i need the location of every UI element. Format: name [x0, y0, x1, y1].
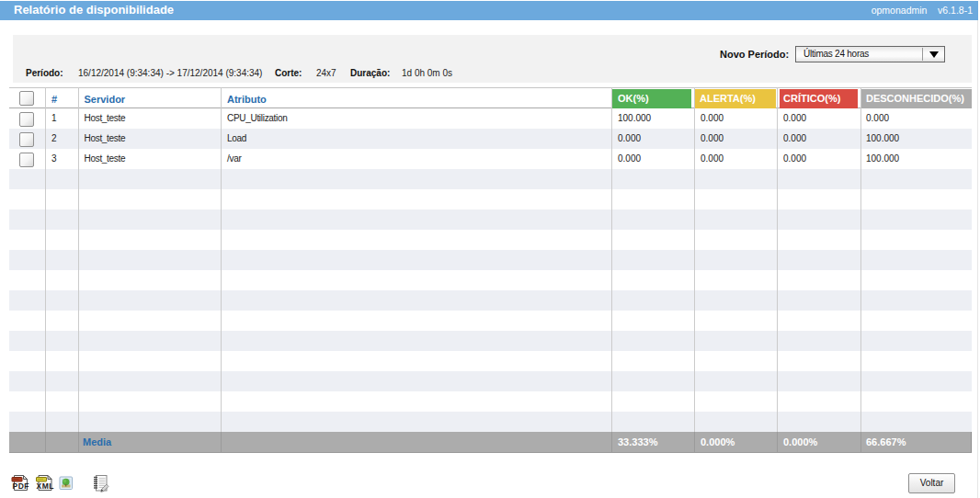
- svg-text:PDF: PDF: [13, 481, 29, 491]
- svg-text:XML: XML: [37, 481, 54, 491]
